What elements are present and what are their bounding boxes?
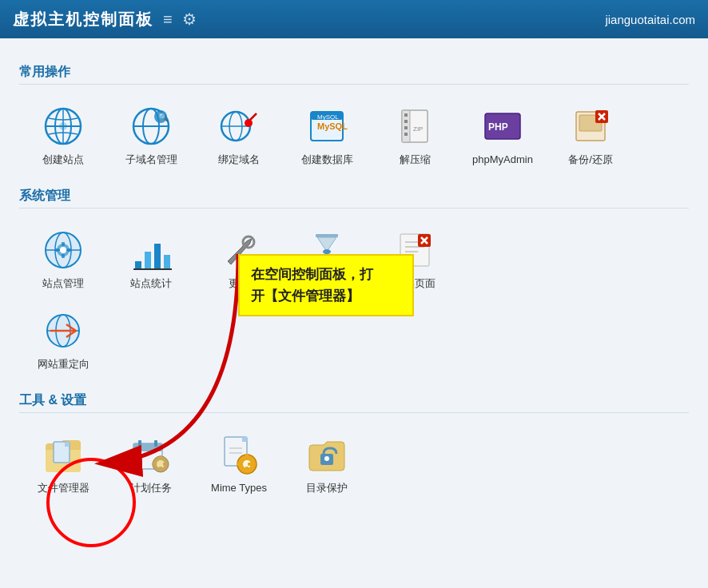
icon-bind-domain[interactable]: 绑定域名 [195, 94, 283, 175]
icon-create-db[interactable]: MySQL MySQL 创建数据库 [283, 94, 371, 175]
annotation-box: 在空间控制面板，打 开【文件管理器】 [238, 254, 414, 316]
svg-rect-83 [248, 463, 252, 466]
svg-rect-42 [135, 261, 141, 269]
icon-site-stats[interactable]: 站点统计 [107, 218, 195, 299]
svg-rect-72 [152, 463, 156, 466]
create-site-icon [42, 105, 84, 147]
cron-icon [130, 434, 172, 475]
icon-cron[interactable]: 计划任务 [107, 423, 195, 503]
file-manager-label: 文件管理器 [38, 482, 89, 495]
svg-point-85 [324, 456, 329, 461]
svg-point-4 [59, 122, 67, 130]
svg-rect-66 [138, 440, 141, 447]
site-stats-icon [130, 229, 172, 271]
svg-rect-48 [316, 234, 338, 237]
svg-rect-21 [404, 113, 408, 117]
svg-rect-22 [404, 120, 408, 123]
svg-rect-80 [245, 454, 249, 458]
subdomain-label: 子域名管理 [125, 153, 177, 167]
redirect-icon [42, 310, 84, 352]
file-manager-icon [42, 434, 84, 475]
svg-rect-73 [163, 463, 167, 466]
icon-redirect[interactable]: 网站重定向 [19, 299, 107, 379]
section-title-sysmgmt: 系统管理 [19, 188, 689, 209]
svg-text:🔍: 🔍 [158, 112, 169, 122]
svg-rect-71 [159, 467, 162, 471]
svg-rect-40 [55, 248, 59, 252]
site-mgmt-label: 站点管理 [42, 277, 84, 291]
svg-text:ZIP: ZIP [413, 125, 423, 133]
gear-icon[interactable]: ⚙ [182, 10, 197, 29]
icon-extract[interactable]: ZIP 解压缩 [371, 94, 459, 175]
header: 虚拟主机控制面板 ≡ ⚙ jianguotaitai.com [0, 0, 708, 38]
section-title-common: 常用操作 [19, 64, 689, 85]
svg-point-50 [323, 249, 331, 254]
bind-domain-label: 绑定域名 [218, 153, 260, 167]
svg-rect-67 [154, 440, 157, 447]
icon-dir-protect[interactable]: 目录保护 [283, 423, 371, 503]
svg-text:PHP: PHP [488, 121, 508, 133]
section-title-tools: 工具 & 设置 [19, 392, 689, 413]
backup-restore-icon [570, 105, 611, 147]
svg-point-37 [60, 247, 66, 253]
create-db-icon: MySQL MySQL [306, 105, 348, 147]
domain-label: jianguotaitai.com [605, 13, 695, 26]
dir-protect-label: 目录保护 [306, 482, 348, 495]
annotation-line2: 开【文件管理器】 [251, 288, 360, 304]
mime-types-icon [218, 434, 260, 475]
icon-file-manager[interactable]: 文件管理器 [19, 423, 107, 503]
icon-create-site[interactable]: 创建站点 [19, 94, 107, 175]
svg-rect-65 [133, 443, 162, 451]
annotation-line1: 在空间控制面板，打 [251, 267, 373, 282]
svg-rect-81 [245, 467, 249, 471]
icon-phpmyadmin[interactable]: PHP phpMyAdmin [459, 94, 547, 175]
svg-rect-70 [159, 455, 162, 459]
svg-text:MySQL: MySQL [317, 121, 348, 131]
svg-rect-24 [404, 133, 408, 136]
svg-rect-41 [67, 248, 71, 252]
svg-rect-43 [145, 252, 151, 269]
svg-rect-38 [62, 242, 65, 246]
bind-domain-icon [218, 105, 260, 147]
extract-icon: ZIP [394, 105, 436, 147]
tools-grid: 文件管理器 [19, 423, 689, 503]
svg-rect-45 [164, 255, 170, 269]
site-mgmt-icon [42, 229, 84, 271]
list-icon[interactable]: ≡ [163, 10, 173, 29]
create-site-label: 创建站点 [42, 153, 84, 167]
page-title: 虚拟主机控制面板 [13, 9, 153, 30]
phpmyadmin-label: phpMyAdmin [472, 153, 533, 167]
svg-rect-23 [404, 126, 408, 129]
create-db-label: 创建数据库 [301, 153, 353, 167]
icon-backup-restore[interactable]: 备份/还原 [547, 94, 634, 175]
svg-point-14 [245, 119, 253, 127]
annotation-container: 在空间控制面板，打 开【文件管理器】 [238, 254, 414, 316]
subdomain-icon: 🔍 [130, 105, 172, 147]
svg-rect-82 [237, 463, 241, 466]
page-wrapper: 虚拟主机控制面板 ≡ ⚙ jianguotaitai.com 常用操作 [0, 0, 708, 516]
common-ops-grid: 创建站点 🔍 子域名管理 [19, 94, 689, 175]
svg-text:MySQL: MySQL [317, 113, 339, 121]
svg-rect-75 [242, 437, 247, 442]
redirect-label: 网站重定向 [38, 358, 89, 371]
icon-subdomain[interactable]: 🔍 子域名管理 [107, 94, 195, 175]
svg-rect-44 [154, 244, 161, 269]
phpmyadmin-icon: PHP [482, 105, 523, 147]
mime-types-label: Mime Types [211, 482, 267, 495]
header-left: 虚拟主机控制面板 ≡ ⚙ [13, 9, 197, 30]
dir-protect-icon [306, 434, 348, 475]
site-stats-label: 站点统计 [130, 277, 172, 291]
svg-rect-63 [65, 442, 70, 447]
extract-label: 解压缩 [400, 153, 431, 167]
icon-mime-types[interactable]: Mime Types [195, 423, 283, 503]
cron-label: 计划任务 [130, 482, 172, 495]
svg-rect-39 [62, 254, 65, 258]
icon-site-mgmt[interactable]: 站点管理 [19, 218, 107, 299]
backup-restore-label: 备份/还原 [568, 153, 613, 167]
